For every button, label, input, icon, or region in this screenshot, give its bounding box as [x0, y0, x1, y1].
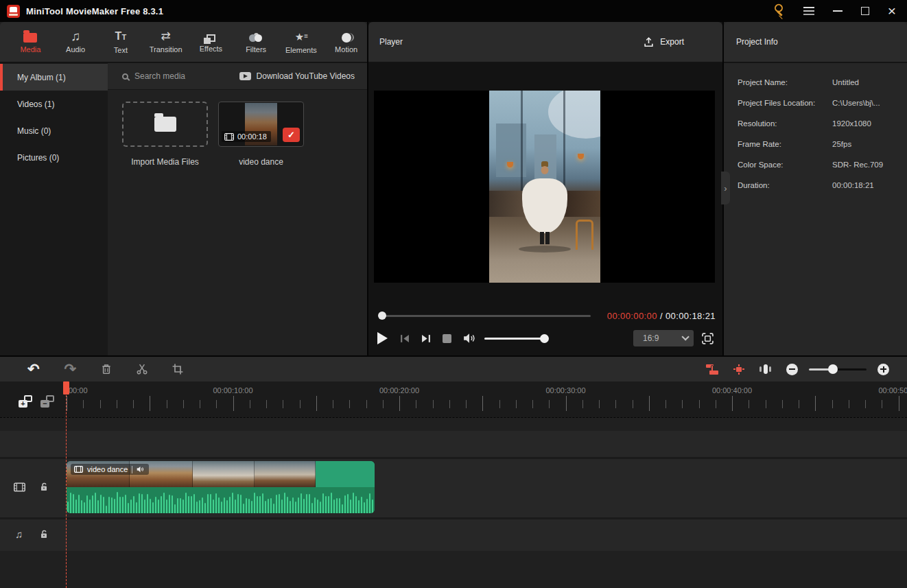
project-info-title: Project Info	[736, 37, 778, 47]
waveform-bar	[350, 499, 351, 513]
waveform-bar	[248, 499, 250, 513]
zoom-out-button[interactable]	[786, 364, 798, 375]
export-button[interactable]: Export	[644, 37, 684, 47]
crop-button[interactable]	[172, 364, 183, 375]
search-input[interactable]: Search media	[122, 71, 185, 81]
import-media-button[interactable]	[122, 102, 208, 147]
volume-handle[interactable]	[540, 334, 549, 343]
ruler-tick	[399, 396, 400, 411]
audio-track[interactable]	[0, 519, 907, 551]
tab-effects[interactable]: Effects	[190, 22, 232, 62]
tab-text[interactable]: TT Text	[100, 22, 142, 62]
tab-audio[interactable]: ♫ Audio	[55, 22, 97, 62]
waveform-bar	[161, 496, 162, 513]
close-button[interactable]: ×	[888, 6, 896, 16]
tab-filters[interactable]: Filters	[235, 22, 277, 62]
add-track-button[interactable]: +	[19, 395, 32, 408]
waveform-bar	[309, 494, 310, 513]
waveform-bar	[119, 497, 121, 513]
ruler-tick	[200, 400, 200, 408]
media-clip-card[interactable]: 00:00:18 ✓	[218, 102, 304, 147]
timeline-ruler[interactable]: 00:0000:00:10:0000:00:20:0000:00:30:0000…	[0, 381, 907, 417]
play-button[interactable]	[377, 332, 388, 344]
waveform-bar	[235, 499, 236, 513]
waveform-bar	[333, 499, 335, 513]
snap-marker-icon[interactable]	[733, 364, 744, 375]
ruler-tick	[766, 400, 766, 408]
waveform-bar	[122, 497, 123, 513]
waveform-bar	[320, 502, 321, 513]
ruler-tick	[566, 396, 567, 411]
waveform-bar	[355, 496, 357, 513]
fullscreen-button[interactable]	[702, 333, 714, 344]
waveform-bar	[191, 496, 192, 513]
stop-button[interactable]	[443, 334, 451, 343]
waveform-bar	[322, 493, 324, 513]
volume-icon[interactable]	[463, 333, 475, 344]
field-color-space: Color Space: SDR- Rec.709	[738, 161, 899, 181]
zoom-in-button[interactable]	[877, 364, 889, 375]
elements-star-icon: ★≡	[295, 30, 307, 43]
zoom-slider-handle[interactable]	[828, 364, 838, 374]
waveform-bar	[210, 494, 211, 513]
attach-clip-icon[interactable]	[706, 364, 718, 375]
waveform-bar	[295, 502, 296, 513]
waveform-bar	[232, 493, 233, 513]
ruler-label: 00:00:30:00	[545, 386, 585, 395]
app-title: MiniTool MovieMaker Free 8.3.1	[26, 6, 163, 16]
waveform-bar	[328, 496, 329, 513]
waveform-bar	[150, 499, 151, 513]
license-key-icon[interactable]	[770, 2, 787, 19]
fit-timeline-icon[interactable]	[759, 364, 771, 375]
seek-handle[interactable]	[378, 311, 386, 320]
delete-button[interactable]	[101, 364, 112, 375]
ruler-tick	[316, 396, 317, 411]
waveform-bar	[224, 497, 225, 513]
maximize-button[interactable]	[861, 7, 869, 15]
volume-slider[interactable]	[484, 338, 548, 340]
menu-icon[interactable]	[803, 7, 814, 15]
waveform-bar	[366, 499, 368, 513]
previous-frame-button[interactable]	[400, 334, 410, 343]
aspect-ratio-dropdown[interactable]: 16:9	[633, 330, 694, 346]
sidebar-item-videos[interactable]: Videos (1)	[0, 91, 108, 117]
ruler-tick	[665, 400, 666, 408]
seek-bar[interactable]	[379, 315, 591, 317]
timecode: 00:00:00:00 / 00:00:18:21	[607, 311, 716, 321]
minimize-button[interactable]	[833, 10, 843, 12]
ruler-tick	[100, 400, 101, 408]
next-frame-button[interactable]	[421, 334, 431, 343]
waveform-bar	[100, 495, 102, 513]
split-button[interactable]	[137, 364, 148, 375]
library-panel: Media ♫ Audio TT Text ⇄ Transition Effec…	[0, 22, 367, 355]
waveform-bar	[130, 499, 132, 513]
audio-track-lock-icon[interactable]	[40, 529, 48, 539]
download-youtube-button[interactable]: Download YouTube Videos	[239, 71, 355, 81]
sidebar-item-pictures[interactable]: Pictures (0)	[0, 144, 108, 171]
waveform-bar	[136, 502, 137, 513]
sidebar-item-my-album[interactable]: My Album (1)	[0, 64, 108, 91]
playhead-handle[interactable]	[63, 381, 69, 395]
waveform-bar	[284, 493, 285, 513]
waveform-bar	[353, 493, 354, 513]
undo-button[interactable]: ↶	[27, 362, 40, 376]
redo-button[interactable]: ↷	[64, 362, 77, 376]
tab-media[interactable]: Media	[10, 22, 51, 62]
collapse-panel-button[interactable]: ›	[721, 172, 730, 204]
video-track-icon	[14, 482, 25, 492]
ruler-tick	[549, 400, 550, 408]
video-track-lock-icon[interactable]	[40, 482, 48, 492]
timeline-zoom-slider[interactable]	[809, 368, 867, 371]
ruler-tick	[815, 396, 816, 411]
tab-elements[interactable]: ★≡ Elements	[281, 22, 322, 62]
collapse-track-button[interactable]: −	[40, 395, 54, 408]
sidebar-item-music[interactable]: Music (0)	[0, 117, 108, 144]
timeline-clip-video-dance[interactable]: video dance	[67, 461, 375, 513]
ruler-label: 00:00:20:00	[379, 386, 419, 395]
tab-transition[interactable]: ⇄ Transition	[145, 22, 187, 62]
field-files-location: Project Files Location: C:\Users\bj\...	[738, 99, 899, 119]
waveform-bar	[270, 498, 272, 513]
timeline-overlay-track[interactable]	[0, 431, 907, 457]
tab-motion[interactable]: Motion	[325, 22, 367, 62]
waveform-bar	[229, 497, 231, 513]
